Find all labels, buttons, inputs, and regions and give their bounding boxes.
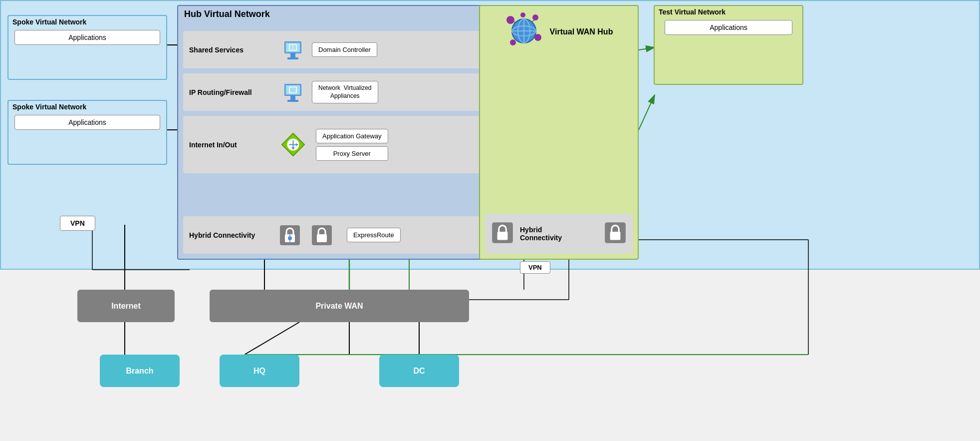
hybrid-connectivity-label: Hybrid Connectivity [183,227,278,243]
domain-controller-box: Domain Controller [312,42,377,57]
test-vnet: Test Virtual Network Applications [654,5,803,85]
proxy-server-box: Proxy Server [316,146,388,161]
svg-rect-30 [290,53,295,57]
vwan-area: Virtual WAN Hub HybridConnectivity [479,5,639,260]
vwan-hybrid-icon [490,220,515,247]
svg-rect-71 [610,232,621,240]
spoke-vnet-1: Spoke Virtual Network Applications [7,15,167,80]
spoke-vnet-1-title: Spoke Virtual Network [8,16,166,28]
diagram-container: Spoke Virtual Network Applications Spoke… [0,0,980,441]
hub-row-ip-routing: IP Routing/Firewall Network VirtualizedA… [183,73,510,111]
private-wan-box: Private WAN [210,290,469,322]
vwan-vpn-label: VPN [520,261,550,274]
vwan-hybrid-label: HybridConnectivity [520,226,562,242]
svg-rect-31 [287,57,298,59]
hub-vnet-title: Hub Virtual Network [178,6,515,22]
spoke-vnet-2-app: Applications [14,115,160,130]
svg-point-55 [506,16,514,24]
shared-services-label: Shared Services [183,42,278,58]
internet-inout-label: Internet In/Out [183,137,278,153]
hq-box: HQ [220,355,299,387]
vwan-title: Virtual WAN Hub [548,23,615,38]
ip-routing-icon [278,77,308,107]
spoke-vnet-2: Spoke Virtual Network Applications [7,100,167,165]
vwan-hybrid-icon2 [603,220,628,247]
svg-rect-37 [290,96,295,100]
spoke-vnet-2-title: Spoke Virtual Network [8,101,166,113]
application-gateway-box: Application Gateway [316,129,388,143]
network-virtualized-box: Network VirtualizedAppliances [312,81,378,103]
dc-box: DC [379,355,459,387]
test-vnet-app: Applications [665,20,792,35]
hub-row-shared-services: Shared Services Domain Controller [183,31,510,68]
svg-rect-69 [497,232,508,240]
internet-box: Internet [77,290,175,322]
svg-point-59 [520,12,525,17]
svg-rect-54 [317,234,327,242]
hub-row-hybrid: Hybrid Connectivity [183,216,510,254]
expressroute-box: ExpressRoute [347,228,401,242]
svg-rect-38 [287,100,298,102]
svg-point-56 [532,14,538,20]
svg-point-50 [288,236,292,240]
spoke-vnet-1-app: Applications [14,30,160,45]
shared-services-icon [278,35,308,65]
vpn-label-left: VPN [60,216,95,231]
internet-inout-icon [278,130,308,160]
ip-routing-label: IP Routing/Firewall [183,84,278,100]
hub-row-internet: Internet In/Out Application Gateway Prox… [183,116,510,173]
vwan-globe-icon [503,10,543,52]
test-vnet-title: Test Virtual Network [655,6,802,18]
branch-box: Branch [100,355,180,387]
hub-vnet: Hub Virtual Network Shared Services Doma… [177,5,516,260]
svg-point-58 [510,39,516,45]
